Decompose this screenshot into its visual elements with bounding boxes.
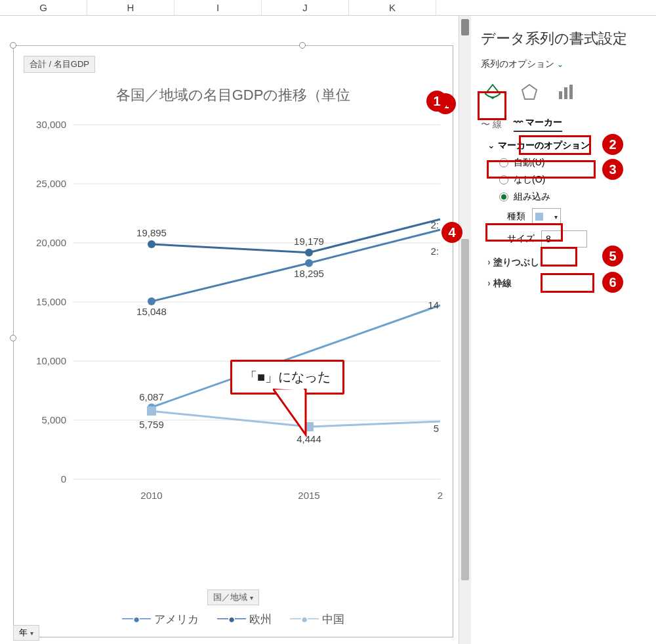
chart-object[interactable]: 合計 / 名目GDP 各国／地域の名目GDPの推移（単位 30,000 25,0…: [13, 45, 453, 637]
tab-marker[interactable]: 〰 マーカー: [514, 117, 562, 132]
marker-us[interactable]: [148, 297, 155, 305]
marker-eu[interactable]: [148, 240, 155, 248]
tab-line[interactable]: 〜 線: [481, 119, 502, 131]
effects-icon[interactable]: [518, 80, 541, 104]
ytick-label: 10,000: [36, 355, 66, 366]
annotation-badge-1-outer: 1: [426, 91, 447, 112]
selection-handle[interactable]: [299, 42, 306, 49]
data-label: 2:: [430, 219, 439, 230]
series-options-dropdown[interactable]: 系列のオプション ⌄: [481, 58, 646, 70]
annotation-badge-4: 4: [441, 222, 462, 243]
ytick-label: 25,000: [36, 178, 66, 189]
radio-none[interactable]: なし(O): [499, 174, 646, 186]
legend-item[interactable]: ━●━ アメリカ: [122, 612, 199, 627]
col-header[interactable]: J: [262, 0, 349, 15]
scrollbar-thumb[interactable]: [461, 19, 469, 35]
year-filter-button[interactable]: 年▾: [13, 625, 39, 641]
ytick-label: 15,000: [36, 296, 66, 307]
data-label: 14: [428, 299, 439, 311]
col-header[interactable]: H: [87, 0, 174, 15]
marker-type-select[interactable]: ▾: [532, 208, 561, 225]
marker-us[interactable]: [305, 259, 313, 267]
chart-title[interactable]: 各国／地域の名目GDPの推移（単位: [14, 85, 453, 105]
col-header[interactable]: K: [349, 0, 436, 15]
vertical-scrollbar[interactable]: [459, 16, 471, 644]
data-label: 5,759: [139, 419, 164, 430]
data-label: 5: [434, 423, 439, 434]
scrollbar-thumb[interactable]: [461, 239, 469, 580]
svg-rect-12: [569, 85, 573, 99]
square-marker-icon: [535, 213, 543, 221]
xtick-label: 2: [438, 490, 443, 501]
fill-line-icon[interactable]: [481, 80, 504, 104]
radio-builtin[interactable]: 組み込み: [499, 191, 646, 203]
data-label: 2:: [430, 246, 439, 257]
selection-handle[interactable]: [10, 335, 16, 341]
format-data-series-pane: データ系列の書式設定 系列のオプション ⌄: [471, 16, 656, 644]
svg-marker-9: [522, 85, 537, 99]
annotation-badge-3: 3: [602, 159, 623, 180]
legend-item[interactable]: ━●━ 欧州: [217, 612, 272, 627]
chart-plot[interactable]: 30,000 25,000 20,000 15,000 10,000 5,000…: [20, 112, 453, 532]
marker-options-section[interactable]: ⌄ マーカーのオプション: [487, 140, 590, 150]
pane-category-icons: [481, 80, 646, 104]
spreadsheet-column-header: G H I J K: [0, 0, 656, 16]
xtick-label: 2010: [140, 490, 162, 501]
legend-item[interactable]: ━●━ 中国: [290, 612, 344, 627]
radio-auto[interactable]: 自動(U): [499, 157, 646, 169]
annotation-badge-5: 5: [602, 246, 623, 267]
ytick-label: 20,000: [36, 237, 66, 248]
data-label: 19,895: [136, 227, 167, 238]
ytick-label: 0: [61, 473, 66, 484]
ytick-label: 5,000: [41, 414, 66, 425]
svg-rect-11: [564, 87, 567, 99]
data-label: 15,048: [136, 306, 167, 317]
region-filter-button[interactable]: 国／地域▾: [207, 590, 259, 605]
col-header[interactable]: I: [174, 0, 262, 15]
annotation-pointer: [273, 389, 312, 441]
chart-legend: 国／地域▾ ━●━ アメリカ ━●━ 欧州 ━●━ 中国: [14, 590, 453, 627]
col-header[interactable]: G: [0, 0, 87, 15]
ytick-label: 30,000: [36, 119, 66, 130]
value-field-label[interactable]: 合計 / 名目GDP: [24, 56, 95, 73]
marker-size-input[interactable]: [541, 230, 587, 247]
type-label: 種類: [507, 211, 525, 223]
xtick-label: 2015: [298, 490, 319, 501]
annotation-badge-6: 6: [602, 272, 623, 293]
data-label: 6,087: [139, 391, 164, 402]
data-label: 18,295: [294, 268, 324, 279]
svg-rect-10: [559, 91, 562, 99]
marker-cn-square[interactable]: [147, 406, 156, 416]
size-label: サイズ: [507, 233, 535, 245]
pane-title: データ系列の書式設定: [481, 29, 646, 49]
selection-handle[interactable]: [10, 42, 16, 49]
chart-area[interactable]: 合計 / 名目GDP 各国／地域の名目GDPの推移（単位 30,000 25,0…: [0, 16, 459, 644]
marker-eu[interactable]: [305, 249, 313, 257]
svg-marker-7: [273, 389, 306, 435]
data-label: 19,179: [294, 236, 324, 247]
annotation-badge-2: 2: [602, 134, 623, 155]
series-options-icon[interactable]: [554, 80, 578, 104]
